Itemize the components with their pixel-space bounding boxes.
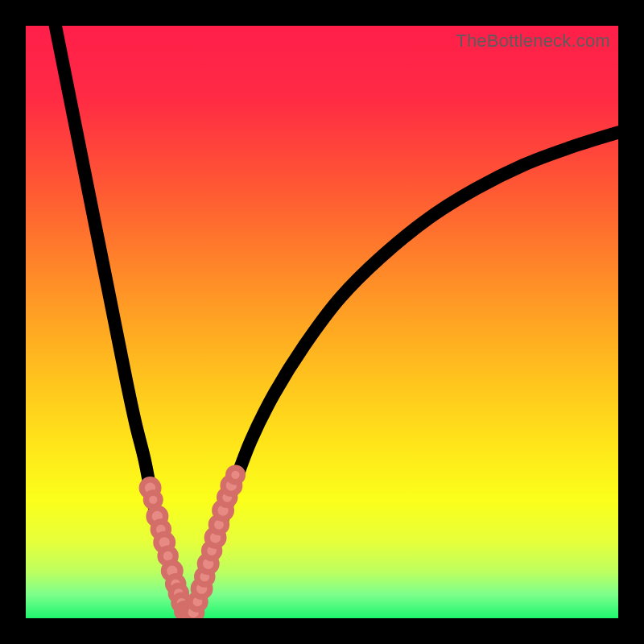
- bottleneck-curve: [26, 26, 618, 618]
- chart-frame: TheBottleneck.com: [0, 0, 644, 644]
- highlight-marker: [229, 468, 243, 482]
- watermark-label: TheBottleneck.com: [456, 31, 610, 52]
- plot-area: TheBottleneck.com: [26, 26, 618, 618]
- curve-right-branch: [192, 132, 618, 615]
- markers-group: [142, 468, 242, 618]
- highlight-marker: [146, 493, 160, 507]
